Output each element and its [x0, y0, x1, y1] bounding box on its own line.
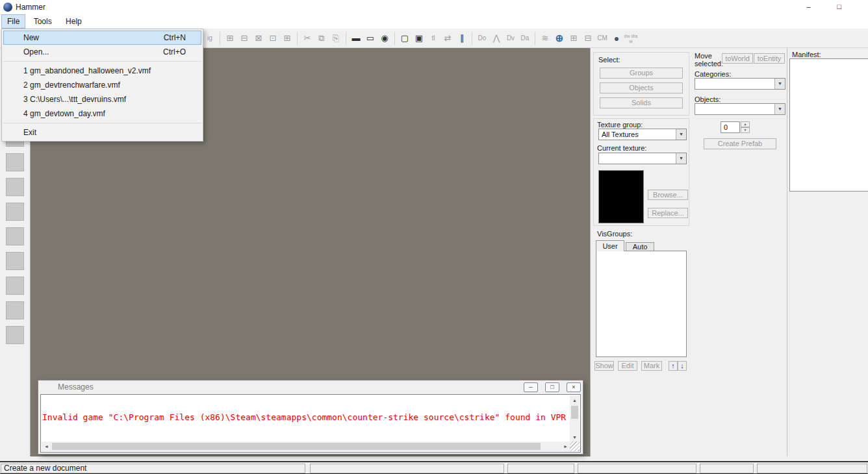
prefab-count-input[interactable]: 0	[721, 121, 740, 133]
current-texture-select[interactable]: ▼	[598, 153, 687, 164]
map-tool-button[interactable]	[6, 153, 24, 171]
grid-view-icon[interactable]: ⊞	[567, 31, 581, 46]
spin-down-icon[interactable]: ▼	[741, 127, 750, 133]
to-entity-button[interactable]: toEntity	[754, 53, 785, 64]
toggle-3d-grid-icon[interactable]: ⊡	[266, 31, 280, 46]
select-label: Select:	[598, 56, 620, 64]
texture-scale-lock-icon[interactable]: ⇄	[440, 31, 455, 46]
menu-separator	[3, 61, 201, 62]
scroll-up-icon[interactable]: ▲	[570, 395, 580, 405]
display-toggle-icon-d[interactable]: Da	[518, 31, 532, 46]
map-tool-button[interactable]	[6, 252, 24, 270]
cut-icon[interactable]: ✂	[300, 31, 314, 46]
display-toggle-icon-b[interactable]: ⋀	[489, 31, 504, 46]
menu-item-recent-file-2[interactable]: 2 gm_devtrenchwarfare.vmf	[3, 78, 201, 92]
replace-button[interactable]: Replace...	[648, 208, 688, 218]
map-tool-button[interactable]	[6, 326, 24, 344]
categories-label: Categories:	[695, 70, 731, 78]
draw-mode-icon[interactable]: dw draw	[624, 31, 638, 46]
world-globe-icon[interactable]: ⊕	[552, 31, 567, 46]
visgroup-edit-button[interactable]: Edit	[618, 361, 637, 371]
scroll-down-icon[interactable]: ▼	[570, 432, 580, 442]
visgroup-show-button[interactable]: Show	[594, 361, 614, 371]
dropdown-arrow-icon: ▼	[676, 153, 686, 164]
map-tool-button[interactable]	[6, 301, 24, 319]
messages-close-button[interactable]: ×	[567, 382, 581, 392]
toggle-grid-icon[interactable]: ⊠	[251, 31, 266, 46]
map-tool-button[interactable]	[6, 178, 24, 196]
waves-icon[interactable]: ≋	[538, 31, 552, 46]
vertical-scrollbar[interactable]: ▲ ▼	[570, 395, 580, 442]
hide-selected-icon[interactable]: ▬	[349, 31, 363, 46]
cm-toggle-icon[interactable]: CM	[595, 31, 609, 46]
visgroup-move-up-button[interactable]: ↑	[669, 361, 678, 371]
status-section	[700, 464, 754, 473]
toolbar-separator	[472, 32, 472, 45]
cordon-icon[interactable]: ∥	[455, 31, 469, 46]
menu-file[interactable]: File	[1, 14, 25, 29]
create-prefab-button[interactable]: Create Prefab	[704, 138, 776, 149]
display-toggle-icon-a[interactable]: Do	[475, 31, 489, 46]
menu-item-new[interactable]: New Ctrl+N	[3, 31, 201, 45]
dropdown-arrow-icon: ▼	[774, 104, 785, 114]
menu-tools[interactable]: Tools	[28, 14, 58, 29]
status-section	[507, 464, 574, 473]
snap-to-grid-icon[interactable]: ⊞	[280, 31, 294, 46]
select-touching-icon[interactable]: ▢	[398, 31, 412, 46]
display-toggle-icon-c[interactable]: Dv	[504, 31, 518, 46]
map-tool-button[interactable]	[6, 277, 24, 295]
select-objects-button[interactable]: Objects	[600, 82, 683, 94]
select-enclosed-icon[interactable]: ▣	[412, 31, 426, 46]
menu-item-recent-file-4[interactable]: 4 gm_devtown_day.vmf	[3, 106, 201, 121]
show-hidden-icon[interactable]: ◉	[377, 31, 392, 46]
paste-icon[interactable]: ⎘	[329, 31, 343, 46]
scroll-left-icon[interactable]: ◄	[42, 442, 51, 451]
file-menu-dropdown: New Ctrl+N Open... Ctrl+O 1 gm_abandoned…	[1, 29, 203, 142]
ignore-groups-icon[interactable]: ig	[203, 31, 217, 46]
close-button[interactable]: ×	[854, 0, 868, 14]
visgroups-list[interactable]	[596, 251, 687, 357]
texture-lock-icon[interactable]: tl	[426, 31, 440, 46]
tab-visgroups-auto[interactable]: Auto	[626, 242, 654, 251]
tab-visgroups-user[interactable]: User	[596, 240, 624, 251]
smaller-grid-icon[interactable]: ⊞	[223, 31, 237, 46]
menu-item-recent-file-1[interactable]: 1 gm_abandoned_halloween_v2.vmf	[3, 64, 201, 78]
copy-icon[interactable]: ⧉	[314, 31, 329, 46]
vertical-scroll-thumb[interactable]	[571, 406, 578, 419]
horizontal-scroll-thumb[interactable]	[52, 443, 541, 450]
messages-maximize-button[interactable]: □	[545, 382, 559, 392]
minimize-button[interactable]: –	[793, 0, 824, 14]
texture-group-select[interactable]: All Textures ▼	[598, 129, 687, 140]
manifest-list[interactable]	[789, 58, 868, 192]
hammer-app-icon	[3, 3, 12, 12]
sphere-icon[interactable]: ●	[609, 31, 624, 46]
spin-up-icon[interactable]: ▲	[741, 121, 750, 127]
maximize-button[interactable]: □	[824, 0, 854, 14]
select-groups-button[interactable]: Groups	[600, 68, 683, 79]
menu-bar: File Tools Help	[0, 14, 868, 29]
categories-select[interactable]: ▼	[695, 78, 785, 90]
map-tool-button[interactable]	[6, 203, 24, 221]
menu-item-exit[interactable]: Exit	[3, 125, 201, 140]
current-texture-preview	[598, 170, 644, 223]
menu-item-open[interactable]: Open... Ctrl+O	[3, 45, 201, 59]
menu-item-label: New	[23, 33, 39, 42]
visgroup-mark-button[interactable]: Mark	[641, 361, 662, 371]
map-tool-button[interactable]	[6, 227, 24, 245]
menu-help[interactable]: Help	[60, 14, 88, 29]
to-world-button[interactable]: toWorld	[722, 53, 753, 64]
larger-grid-icon[interactable]: ⊟	[237, 31, 251, 46]
objects-select[interactable]: ▼	[695, 103, 785, 115]
menu-item-label: 1 gm_abandoned_halloween_v2.vmf	[23, 66, 151, 75]
select-solids-button[interactable]: Solids	[600, 97, 683, 108]
scroll-right-icon[interactable]: ►	[561, 442, 570, 451]
horizontal-scrollbar[interactable]: ◄ ►	[42, 442, 570, 451]
visgroup-move-down-button[interactable]: ↓	[678, 361, 687, 371]
browse-button[interactable]: Browse...	[648, 190, 688, 200]
grid-view-icon-2[interactable]: ⊟	[581, 31, 595, 46]
hide-unselected-icon[interactable]: ▭	[363, 31, 377, 46]
messages-title-bar[interactable]: Messages – □ ×	[38, 380, 583, 393]
messages-minimize-button[interactable]: –	[524, 382, 538, 392]
menu-item-recent-file-3[interactable]: 3 C:\Users\...\ttt_devruins.vmf	[3, 92, 201, 106]
resize-grip[interactable]	[570, 442, 580, 451]
